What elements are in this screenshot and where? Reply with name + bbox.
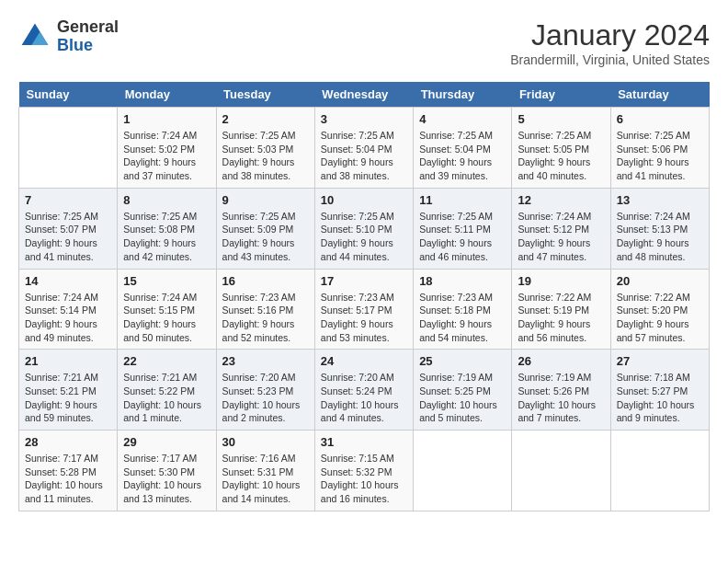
calendar-cell: 11Sunrise: 7:25 AM Sunset: 5:11 PM Dayli… xyxy=(414,188,512,269)
calendar-cell: 12Sunrise: 7:24 AM Sunset: 5:12 PM Dayli… xyxy=(512,188,610,269)
logo-general: General xyxy=(57,17,119,36)
day-info: Sunrise: 7:19 AM Sunset: 5:26 PM Dayligh… xyxy=(518,371,604,425)
day-info: Sunrise: 7:24 AM Sunset: 5:14 PM Dayligh… xyxy=(25,291,111,345)
weekday-header: Saturday xyxy=(610,82,709,108)
day-number: 31 xyxy=(321,435,407,449)
calendar-week-row: 14Sunrise: 7:24 AM Sunset: 5:14 PM Dayli… xyxy=(19,269,710,350)
day-number: 29 xyxy=(123,435,210,449)
calendar-cell: 28Sunrise: 7:17 AM Sunset: 5:28 PM Dayli… xyxy=(19,431,118,511)
weekday-header: Monday xyxy=(118,82,216,108)
day-info: Sunrise: 7:17 AM Sunset: 5:28 PM Dayligh… xyxy=(25,452,111,506)
day-info: Sunrise: 7:25 AM Sunset: 5:03 PM Dayligh… xyxy=(222,129,309,183)
weekday-header: Thursday xyxy=(414,82,512,108)
calendar-table: SundayMondayTuesdayWednesdayThursdayFrid… xyxy=(18,82,710,511)
month-year: January 2024 xyxy=(510,18,710,52)
calendar-cell: 1Sunrise: 7:24 AM Sunset: 5:02 PM Daylig… xyxy=(118,108,216,189)
day-info: Sunrise: 7:24 AM Sunset: 5:13 PM Dayligh… xyxy=(617,210,703,264)
calendar-week-row: 28Sunrise: 7:17 AM Sunset: 5:28 PM Dayli… xyxy=(19,431,710,511)
calendar-cell: 30Sunrise: 7:16 AM Sunset: 5:31 PM Dayli… xyxy=(216,431,314,511)
calendar-cell: 22Sunrise: 7:21 AM Sunset: 5:22 PM Dayli… xyxy=(118,350,216,431)
calendar-cell: 19Sunrise: 7:22 AM Sunset: 5:19 PM Dayli… xyxy=(512,269,610,350)
calendar-cell: 20Sunrise: 7:22 AM Sunset: 5:20 PM Dayli… xyxy=(610,269,709,350)
day-info: Sunrise: 7:17 AM Sunset: 5:30 PM Dayligh… xyxy=(123,452,210,506)
weekday-header: Sunday xyxy=(19,82,118,108)
weekday-header-row: SundayMondayTuesdayWednesdayThursdayFrid… xyxy=(19,82,710,108)
day-number: 19 xyxy=(518,274,604,288)
calendar-cell: 23Sunrise: 7:20 AM Sunset: 5:23 PM Dayli… xyxy=(216,350,314,431)
day-number: 5 xyxy=(518,112,604,126)
calendar-cell: 25Sunrise: 7:19 AM Sunset: 5:25 PM Dayli… xyxy=(414,350,512,431)
day-info: Sunrise: 7:25 AM Sunset: 5:06 PM Dayligh… xyxy=(617,129,703,183)
calendar-cell: 7Sunrise: 7:25 AM Sunset: 5:07 PM Daylig… xyxy=(19,188,118,269)
day-number: 27 xyxy=(617,354,703,368)
day-number: 25 xyxy=(419,354,506,368)
calendar-cell: 5Sunrise: 7:25 AM Sunset: 5:05 PM Daylig… xyxy=(512,108,610,189)
calendar-week-row: 21Sunrise: 7:21 AM Sunset: 5:21 PM Dayli… xyxy=(19,350,710,431)
day-info: Sunrise: 7:16 AM Sunset: 5:31 PM Dayligh… xyxy=(222,452,309,506)
logo: General Blue xyxy=(18,18,119,55)
day-number: 7 xyxy=(25,193,111,207)
day-info: Sunrise: 7:24 AM Sunset: 5:12 PM Dayligh… xyxy=(518,210,604,264)
weekday-header: Tuesday xyxy=(216,82,314,108)
calendar-cell: 24Sunrise: 7:20 AM Sunset: 5:24 PM Dayli… xyxy=(314,350,413,431)
day-info: Sunrise: 7:25 AM Sunset: 5:05 PM Dayligh… xyxy=(518,129,604,183)
calendar-cell xyxy=(512,431,610,511)
day-info: Sunrise: 7:19 AM Sunset: 5:25 PM Dayligh… xyxy=(419,371,506,425)
day-info: Sunrise: 7:25 AM Sunset: 5:11 PM Dayligh… xyxy=(419,210,506,264)
day-number: 11 xyxy=(419,193,506,207)
calendar-cell: 4Sunrise: 7:25 AM Sunset: 5:04 PM Daylig… xyxy=(414,108,512,189)
calendar-cell: 14Sunrise: 7:24 AM Sunset: 5:14 PM Dayli… xyxy=(19,269,118,350)
calendar-cell: 10Sunrise: 7:25 AM Sunset: 5:10 PM Dayli… xyxy=(314,188,413,269)
day-number: 28 xyxy=(25,435,111,449)
calendar-cell: 31Sunrise: 7:15 AM Sunset: 5:32 PM Dayli… xyxy=(314,431,413,511)
calendar-cell: 2Sunrise: 7:25 AM Sunset: 5:03 PM Daylig… xyxy=(216,108,314,189)
day-number: 22 xyxy=(123,354,210,368)
calendar-cell: 6Sunrise: 7:25 AM Sunset: 5:06 PM Daylig… xyxy=(610,108,709,189)
day-number: 21 xyxy=(25,354,111,368)
day-number: 14 xyxy=(25,274,111,288)
calendar-cell: 13Sunrise: 7:24 AM Sunset: 5:13 PM Dayli… xyxy=(610,188,709,269)
day-info: Sunrise: 7:25 AM Sunset: 5:08 PM Dayligh… xyxy=(123,210,210,264)
day-info: Sunrise: 7:25 AM Sunset: 5:09 PM Dayligh… xyxy=(222,210,309,264)
day-number: 10 xyxy=(321,193,407,207)
day-info: Sunrise: 7:25 AM Sunset: 5:10 PM Dayligh… xyxy=(321,210,407,264)
day-number: 13 xyxy=(617,193,703,207)
location: Brandermill, Virginia, United States xyxy=(510,52,710,67)
calendar-cell xyxy=(610,431,709,511)
calendar-cell: 8Sunrise: 7:25 AM Sunset: 5:08 PM Daylig… xyxy=(118,188,216,269)
calendar-cell: 29Sunrise: 7:17 AM Sunset: 5:30 PM Dayli… xyxy=(118,431,216,511)
day-number: 8 xyxy=(123,193,210,207)
day-number: 12 xyxy=(518,193,604,207)
calendar-cell: 18Sunrise: 7:23 AM Sunset: 5:18 PM Dayli… xyxy=(414,269,512,350)
day-info: Sunrise: 7:22 AM Sunset: 5:19 PM Dayligh… xyxy=(518,291,604,345)
calendar-cell: 26Sunrise: 7:19 AM Sunset: 5:26 PM Dayli… xyxy=(512,350,610,431)
calendar-cell xyxy=(414,431,512,511)
calendar-cell: 16Sunrise: 7:23 AM Sunset: 5:16 PM Dayli… xyxy=(216,269,314,350)
calendar-cell: 9Sunrise: 7:25 AM Sunset: 5:09 PM Daylig… xyxy=(216,188,314,269)
day-info: Sunrise: 7:20 AM Sunset: 5:23 PM Dayligh… xyxy=(222,371,309,425)
day-number: 4 xyxy=(419,112,506,126)
day-number: 15 xyxy=(123,274,210,288)
day-info: Sunrise: 7:20 AM Sunset: 5:24 PM Dayligh… xyxy=(321,371,407,425)
day-number: 6 xyxy=(617,112,703,126)
calendar-cell: 27Sunrise: 7:18 AM Sunset: 5:27 PM Dayli… xyxy=(610,350,709,431)
day-info: Sunrise: 7:25 AM Sunset: 5:07 PM Dayligh… xyxy=(25,210,111,264)
day-number: 30 xyxy=(222,435,309,449)
day-number: 16 xyxy=(222,274,309,288)
logo-blue: Blue xyxy=(57,36,93,54)
day-number: 9 xyxy=(222,193,309,207)
day-number: 3 xyxy=(321,112,407,126)
day-number: 24 xyxy=(321,354,407,368)
day-number: 1 xyxy=(123,112,210,126)
calendar-cell: 21Sunrise: 7:21 AM Sunset: 5:21 PM Dayli… xyxy=(19,350,118,431)
day-number: 26 xyxy=(518,354,604,368)
page-header: General Blue January 2024 Brandermill, V… xyxy=(18,18,710,67)
day-info: Sunrise: 7:15 AM Sunset: 5:32 PM Dayligh… xyxy=(321,452,407,506)
day-number: 20 xyxy=(617,274,703,288)
calendar-cell: 3Sunrise: 7:25 AM Sunset: 5:04 PM Daylig… xyxy=(314,108,413,189)
calendar-cell: 17Sunrise: 7:23 AM Sunset: 5:17 PM Dayli… xyxy=(314,269,413,350)
logo-text: General Blue xyxy=(57,18,119,55)
day-number: 18 xyxy=(419,274,506,288)
day-info: Sunrise: 7:23 AM Sunset: 5:16 PM Dayligh… xyxy=(222,291,309,345)
logo-icon xyxy=(18,20,51,53)
